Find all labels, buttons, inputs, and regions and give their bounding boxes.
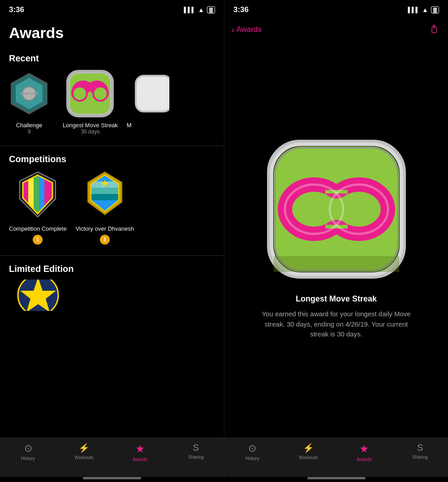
badge-move-streak-img <box>65 69 115 118</box>
back-label: Awards <box>237 25 262 34</box>
svg-point-6 <box>73 86 87 101</box>
left-bottom-nav: ⊙ History ⚡ Workouts ★ Awards S Sharing <box>0 438 224 477</box>
svg-rect-34 <box>274 256 399 272</box>
comp-item-victory[interactable]: ★ Victory over Dhvanesh 1 <box>76 170 134 245</box>
signal-icon: ▌▌▌ <box>184 7 196 13</box>
right-main-content: Longest Move Streak You earned this awar… <box>224 39 448 438</box>
sharing-icon: S <box>193 443 199 453</box>
badge-limited-img <box>13 280 63 311</box>
awards-icon: ★ <box>135 443 145 455</box>
left-home-indicator <box>83 477 141 479</box>
big-badge <box>265 138 408 281</box>
comp-complete-img <box>13 170 62 219</box>
svg-rect-21 <box>432 27 436 33</box>
right-history-label: History <box>246 456 259 461</box>
badge-challenge-img <box>4 69 54 118</box>
right-status-icons: ▌▌▌ ▲ ▓ <box>408 6 439 13</box>
right-status-time: 3:36 <box>233 5 249 14</box>
svg-text:★: ★ <box>100 178 109 189</box>
limited-edition-label: Limited Edition <box>0 259 224 280</box>
comp-complete-name: Competition Complete <box>9 225 67 232</box>
right-battery-icon: ▓ <box>431 6 439 13</box>
badge-item-challenge[interactable]: Challenge 9 <box>0 69 58 135</box>
right-awards-icon: ★ <box>359 443 369 455</box>
right-nav-workouts[interactable]: ⚡ Workouts <box>295 443 322 460</box>
left-nav-sharing[interactable]: S Sharing <box>183 443 210 460</box>
badge-partial-right-name: M <box>127 122 132 129</box>
comp-victory-count: 1 <box>100 235 110 245</box>
right-nav-awards[interactable]: ★ Awards <box>351 443 378 462</box>
comp-victory-img: ★ <box>80 170 129 219</box>
workouts-icon: ⚡ <box>78 443 90 453</box>
award-description: You earned this award for your longest d… <box>256 309 417 340</box>
right-sharing-label: Sharing <box>412 455 427 460</box>
right-home-indicator <box>307 477 366 479</box>
right-bottom-nav: ⊙ History ⚡ Workouts ★ Awards S Sharing <box>224 438 448 477</box>
right-wifi-icon: ▲ <box>422 6 428 13</box>
divider-2 <box>0 255 224 256</box>
recent-section-label: Recent <box>0 49 224 69</box>
left-panel: 3:36 ▌▌▌ ▲ ▓ Awards Recent C <box>0 0 224 482</box>
comp-complete-count: 1 <box>33 235 43 245</box>
right-nav-bar: ‹ Awards <box>224 20 448 39</box>
comp-victory-name: Victory over Dhvanesh <box>76 225 134 232</box>
left-nav-history[interactable]: ⊙ History <box>15 443 42 461</box>
right-nav-sharing[interactable]: S Sharing <box>407 443 434 460</box>
competitions-row: Competition Complete 1 <box>0 170 224 252</box>
right-panel: 3:36 ▌▌▌ ▲ ▓ ‹ Awards <box>224 0 448 482</box>
left-content: Awards Recent Challenge 9 <box>0 20 224 438</box>
page-title: Awards <box>0 20 224 49</box>
left-nav-awards[interactable]: ★ Awards <box>127 443 154 462</box>
right-workouts-icon: ⚡ <box>303 443 314 453</box>
battery-icon: ▓ <box>207 6 215 13</box>
right-status-bar: 3:36 ▌▌▌ ▲ ▓ <box>224 0 448 20</box>
badge-partial-right-img <box>127 69 176 118</box>
left-status-time: 3:36 <box>9 5 24 14</box>
competitions-section-label: Competitions <box>0 150 224 170</box>
right-nav-history[interactable]: ⊙ History <box>239 443 266 461</box>
svg-rect-11 <box>34 175 39 214</box>
back-chevron-icon: ‹ <box>232 25 235 35</box>
badge-challenge-sub: 9 <box>28 129 31 135</box>
limited-edition-row <box>0 280 224 322</box>
back-button[interactable]: ‹ Awards <box>232 25 262 35</box>
award-title: Longest Move Streak <box>296 294 377 304</box>
badge-move-streak-name: Longest Move Streak <box>63 122 118 129</box>
history-icon: ⊙ <box>24 443 32 454</box>
badge-item-move-streak[interactable]: Longest Move Streak 30 days <box>58 69 122 135</box>
history-label: History <box>21 456 35 461</box>
badge-move-streak-sub: 30 days <box>81 129 99 135</box>
comp-item-complete[interactable]: Competition Complete 1 <box>9 170 67 245</box>
right-workouts-label: Workouts <box>299 455 318 460</box>
share-button[interactable] <box>431 24 441 36</box>
left-status-bar: 3:36 ▌▌▌ ▲ ▓ <box>0 0 224 20</box>
svg-point-7 <box>93 86 108 101</box>
sharing-label: Sharing <box>188 455 203 460</box>
awards-label: Awards <box>133 457 147 462</box>
right-sharing-icon: S <box>417 443 423 453</box>
left-nav-workouts[interactable]: ⚡ Workouts <box>71 443 98 460</box>
recent-badges-row: Challenge 9 <box>0 69 224 142</box>
badge-challenge-name: Challenge <box>16 122 43 129</box>
right-awards-label: Awards <box>357 457 371 462</box>
divider-1 <box>0 146 224 146</box>
left-status-icons: ▌▌▌ ▲ ▓ <box>184 6 215 13</box>
workouts-label: Workouts <box>74 455 93 460</box>
right-signal-icon: ▌▌▌ <box>408 7 420 13</box>
wifi-icon: ▲ <box>198 6 204 13</box>
svg-rect-8 <box>136 76 169 112</box>
right-history-icon: ⊙ <box>248 443 256 454</box>
svg-rect-17 <box>91 194 119 200</box>
badge-item-partial-right[interactable]: M <box>122 69 181 135</box>
badge-item-limited[interactable] <box>9 280 215 314</box>
